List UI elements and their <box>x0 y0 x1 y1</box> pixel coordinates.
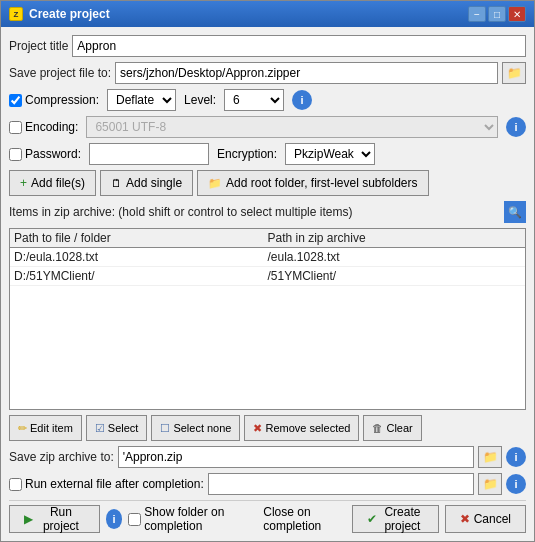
select-button[interactable]: ☑ Select <box>86 415 148 441</box>
check-icon: ✔ <box>367 512 377 526</box>
file-list-body[interactable]: D:/eula.1028.txt /eula.1028.txt D:/51YMC… <box>10 248 525 409</box>
project-title-label: Project title <box>9 39 68 53</box>
window-title: Create project <box>29 7 110 21</box>
run-info-button[interactable]: i <box>106 509 122 529</box>
compression-label: Compression: <box>25 93 99 107</box>
window-content: Project title Save project file to: 📁 Co… <box>1 27 534 541</box>
folder-icon: 📁 <box>483 477 498 491</box>
clear-button[interactable]: 🗑 Clear <box>363 415 421 441</box>
folder-icon: 📁 <box>507 66 522 80</box>
search-icon: 🔍 <box>508 206 522 219</box>
encoding-checkbox[interactable] <box>9 121 22 134</box>
password-checkbox-label[interactable]: Password: <box>9 147 81 161</box>
project-title-row: Project title <box>9 35 526 57</box>
password-row: Password: Encryption: PkzipWeak <box>9 143 526 165</box>
pencil-icon: ✏ <box>18 422 27 435</box>
file-list-header: Path to file / folder Path in zip archiv… <box>10 229 525 248</box>
add-files-icon: + <box>20 176 27 190</box>
password-input[interactable] <box>89 143 209 165</box>
action-buttons-row: + Add file(s) 🗒 Add single 📁 Add root fo… <box>9 170 526 196</box>
title-bar-left: Z Create project <box>9 7 110 21</box>
file-list-row[interactable]: D:/eula.1028.txt /eula.1028.txt <box>10 248 525 267</box>
archive-col-header: Path in zip archive <box>268 231 522 245</box>
run-external-label: Run external file after completion: <box>25 477 204 491</box>
archive-path: /eula.1028.txt <box>268 250 522 264</box>
final-buttons-row: ▶ Run project i Show folder on completio… <box>9 500 526 533</box>
encoding-checkbox-label[interactable]: Encoding: <box>9 120 78 134</box>
run-external-folder-button[interactable]: 📁 <box>478 473 502 495</box>
file-list-row[interactable]: D:/51YMClient/ /51YMClient/ <box>10 267 525 286</box>
add-files-button[interactable]: + Add file(s) <box>9 170 96 196</box>
save-zip-info-button[interactable]: i <box>506 447 526 467</box>
items-label-text: Items in zip archive: (hold shift or con… <box>9 205 352 219</box>
add-root-icon: 📁 <box>208 177 222 190</box>
folder-icon: 📁 <box>483 450 498 464</box>
close-on-completion-label[interactable]: Close on completion <box>263 505 352 533</box>
file-path: D:/51YMClient/ <box>14 269 268 283</box>
show-folder-label[interactable]: Show folder on completion <box>128 505 257 533</box>
encryption-select[interactable]: PkzipWeak <box>285 143 375 165</box>
edit-item-button[interactable]: ✏ Edit item <box>9 415 82 441</box>
compression-checkbox[interactable] <box>9 94 22 107</box>
remove-selected-button[interactable]: ✖ Remove selected <box>244 415 359 441</box>
show-folder-checkbox[interactable] <box>128 513 141 526</box>
encoding-select[interactable]: 65001 UTF-8 <box>86 116 498 138</box>
save-zip-input[interactable] <box>118 446 474 468</box>
select-none-icon: ☐ <box>160 422 170 435</box>
add-single-button[interactable]: 🗒 Add single <box>100 170 193 196</box>
save-project-folder-button[interactable]: 📁 <box>502 62 526 84</box>
archive-path: /51YMClient/ <box>268 269 522 283</box>
window-icon: Z <box>9 7 23 21</box>
save-project-row: Save project file to: 📁 <box>9 62 526 84</box>
run-external-input[interactable] <box>208 473 474 495</box>
file-list-container: Path to file / folder Path in zip archiv… <box>9 228 526 410</box>
password-checkbox[interactable] <box>9 148 22 161</box>
show-folder-text: Show folder on completion <box>144 505 257 533</box>
save-project-input[interactable] <box>115 62 498 84</box>
encoding-label: Encoding: <box>25 120 78 134</box>
add-single-icon: 🗒 <box>111 177 122 189</box>
compression-checkbox-label[interactable]: Compression: <box>9 93 99 107</box>
close-on-completion-text: Close on completion <box>263 505 352 533</box>
compression-info-button[interactable]: i <box>292 90 312 110</box>
close-button[interactable]: ✕ <box>508 6 526 22</box>
restore-button[interactable]: □ <box>488 6 506 22</box>
run-external-info-button[interactable]: i <box>506 474 526 494</box>
clear-icon: 🗑 <box>372 422 383 434</box>
file-col-header: Path to file / folder <box>14 231 268 245</box>
item-action-buttons-row: ✏ Edit item ☑ Select ☐ Select none ✖ Rem… <box>9 415 526 441</box>
save-zip-label: Save zip archive to: <box>9 450 114 464</box>
save-project-label: Save project file to: <box>9 66 111 80</box>
remove-icon: ✖ <box>253 422 262 435</box>
run-external-checkbox[interactable] <box>9 478 22 491</box>
encoding-row: Encoding: 65001 UTF-8 i <box>9 116 526 138</box>
run-icon: ▶ <box>24 512 33 526</box>
save-zip-folder-button[interactable]: 📁 <box>478 446 502 468</box>
title-bar: Z Create project − □ ✕ <box>1 1 534 27</box>
run-project-button[interactable]: ▶ Run project <box>9 505 100 533</box>
encoding-info-button[interactable]: i <box>506 117 526 137</box>
final-left-section: ▶ Run project i Show folder on completio… <box>9 505 352 533</box>
level-label: Level: <box>184 93 216 107</box>
compression-select[interactable]: Deflate <box>107 89 176 111</box>
minimize-button[interactable]: − <box>468 6 486 22</box>
project-title-input[interactable] <box>72 35 526 57</box>
add-root-button[interactable]: 📁 Add root folder, first-level subfolder… <box>197 170 428 196</box>
select-icon: ☑ <box>95 422 105 435</box>
password-label: Password: <box>25 147 81 161</box>
encryption-label: Encryption: <box>217 147 277 161</box>
search-button[interactable]: 🔍 <box>504 201 526 223</box>
select-none-button[interactable]: ☐ Select none <box>151 415 240 441</box>
save-zip-row: Save zip archive to: 📁 i <box>9 446 526 468</box>
cancel-button[interactable]: ✖ Cancel <box>445 505 526 533</box>
compression-row: Compression: Deflate Level: 6 i <box>9 89 526 111</box>
create-project-button[interactable]: ✔ Create project <box>352 505 438 533</box>
run-external-checkbox-label[interactable]: Run external file after completion: <box>9 477 204 491</box>
file-path: D:/eula.1028.txt <box>14 250 268 264</box>
final-right-section: ✔ Create project ✖ Cancel <box>352 505 526 533</box>
level-select[interactable]: 6 <box>224 89 284 111</box>
run-external-row: Run external file after completion: 📁 i <box>9 473 526 495</box>
items-label-row: Items in zip archive: (hold shift or con… <box>9 201 526 223</box>
cross-icon: ✖ <box>460 512 470 526</box>
create-project-window: Z Create project − □ ✕ Project title Sav… <box>0 0 535 542</box>
